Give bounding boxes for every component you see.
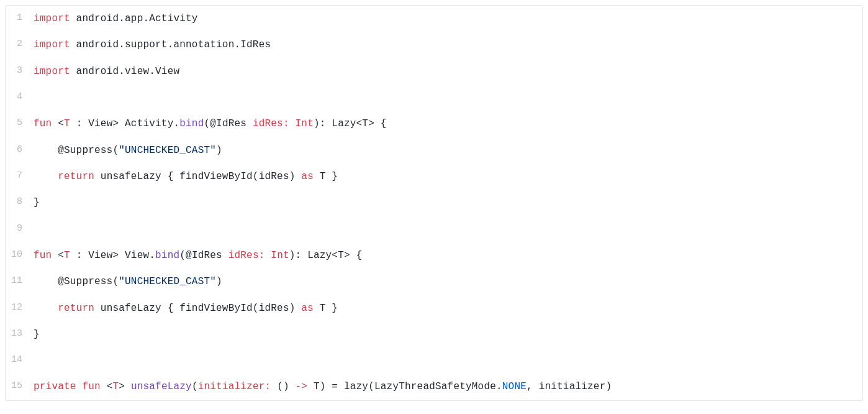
line-number: 14: [6, 347, 34, 374]
line-number: 11: [6, 269, 34, 295]
code-token: private: [34, 381, 76, 392]
line-content: [34, 347, 862, 374]
line-number: 6: [6, 137, 34, 163]
code-line: 5fun <T : View> Activity.bind(@IdRes idR…: [6, 111, 862, 137]
line-content: import android.support.annotation.IdRes: [34, 32, 862, 58]
code-token: unsafeLazy { findViewById(idRes): [94, 171, 301, 182]
code-token: [34, 171, 58, 182]
code-token: unsafeLazy: [131, 381, 192, 392]
code-token: android.support.annotation.IdRes: [70, 39, 271, 50]
code-token: import: [34, 66, 70, 77]
code-line: 8}: [6, 190, 862, 216]
code-token: import: [34, 39, 70, 50]
line-number: 4: [6, 85, 34, 111]
code-token: ->: [296, 381, 308, 392]
code-token: Int: [271, 250, 289, 261]
code-token: return: [58, 171, 94, 182]
code-token: NONE: [502, 381, 527, 392]
code-token: fun: [82, 381, 100, 392]
code-token: bind: [155, 250, 179, 261]
code-line: 11 @Suppress("UNCHECKED_CAST"): [6, 269, 862, 295]
code-line: 1import android.app.Activity: [6, 6, 862, 32]
code-token: idRes:: [253, 118, 289, 129]
line-number: 7: [6, 163, 34, 190]
code-line: 4: [6, 85, 862, 111]
code-token: ): [216, 276, 222, 287]
code-token: fun: [34, 250, 52, 261]
code-line: 6 @Suppress("UNCHECKED_CAST"): [6, 137, 862, 163]
line-content: }: [34, 190, 862, 216]
code-line: 3import android.view.View: [6, 58, 862, 85]
line-content: private fun <T> unsafeLazy(initializer: …: [34, 374, 862, 400]
code-line: 10fun <T : View> View.bind(@IdRes idRes:…: [6, 242, 862, 269]
code-token: initializer:: [198, 381, 271, 392]
code-token: idRes:: [228, 250, 265, 261]
code-token: <: [52, 118, 64, 129]
code-token: [76, 381, 83, 392]
line-content: @Suppress("UNCHECKED_CAST"): [34, 269, 862, 295]
line-content: fun <T : View> Activity.bind(@IdRes idRe…: [34, 111, 862, 137]
code-token: import: [34, 13, 70, 24]
line-number: 1: [6, 6, 34, 32]
code-token: T: [64, 250, 70, 261]
code-line: 7 return unsafeLazy { findViewById(idRes…: [6, 163, 862, 190]
line-content: import android.view.View: [34, 58, 862, 85]
line-content: fun <T : View> View.bind(@IdRes idRes: I…: [34, 242, 862, 269]
code-token: "UNCHECKED_CAST": [119, 145, 216, 156]
code-token: >: [119, 381, 131, 392]
code-token: T: [112, 381, 119, 392]
code-token: T }: [314, 303, 338, 314]
line-number: 3: [6, 58, 34, 85]
code-token: "UNCHECKED_CAST": [119, 276, 216, 287]
code-token: [265, 250, 271, 261]
line-number: 10: [6, 242, 34, 269]
code-line: 14: [6, 347, 862, 374]
line-content: import android.app.Activity: [34, 6, 862, 32]
code-token: (@IdRes: [179, 250, 228, 261]
code-token: return: [58, 303, 94, 314]
line-number: 12: [6, 295, 34, 321]
code-token: ): Lazy<T> {: [289, 250, 363, 261]
line-number: 2: [6, 32, 34, 58]
line-content: @Suppress("UNCHECKED_CAST"): [34, 137, 862, 163]
line-number: 5: [6, 111, 34, 137]
code-token: android.view.View: [70, 66, 179, 77]
code-token: <: [101, 381, 113, 392]
code-token: }: [34, 197, 40, 208]
line-content: return unsafeLazy { findViewById(idRes) …: [34, 295, 862, 321]
code-token: (: [192, 381, 198, 392]
code-token: [34, 303, 58, 314]
code-token: bind: [179, 118, 204, 129]
code-token: : View> Activity.: [70, 118, 179, 129]
code-line: 2import android.support.annotation.IdRes: [6, 32, 862, 58]
code-token: , initializer): [527, 381, 612, 392]
line-content: }: [34, 321, 862, 347]
code-token: T: [64, 118, 70, 129]
code-token: T }: [314, 171, 338, 182]
code-line: 12 return unsafeLazy { findViewById(idRe…: [6, 295, 862, 321]
code-token: T) = lazy(LazyThreadSafetyMode.: [307, 381, 502, 392]
code-token: @Suppress(: [34, 145, 119, 156]
code-line: 15private fun <T> unsafeLazy(initializer…: [6, 374, 862, 400]
line-number: 15: [6, 374, 34, 400]
code-token: <: [52, 250, 64, 261]
code-token: (@IdRes: [204, 118, 252, 129]
line-content: [34, 85, 862, 111]
code-token: }: [34, 329, 40, 340]
code-line: 9: [6, 216, 862, 242]
code-token: Int: [296, 118, 314, 129]
line-number: 9: [6, 216, 34, 242]
code-token: as: [301, 171, 314, 182]
code-token: ): [216, 145, 222, 156]
code-token: unsafeLazy { findViewById(idRes): [94, 303, 301, 314]
code-token: ): Lazy<T> {: [314, 118, 387, 129]
code-token: [289, 118, 296, 129]
code-token: android.app.Activity: [70, 13, 198, 24]
line-number: 8: [6, 190, 34, 216]
code-line: 13}: [6, 321, 862, 347]
line-content: return unsafeLazy { findViewById(idRes) …: [34, 163, 862, 190]
code-token: (): [271, 381, 295, 392]
line-content: [34, 216, 862, 242]
code-token: as: [301, 303, 314, 314]
line-number: 13: [6, 321, 34, 347]
